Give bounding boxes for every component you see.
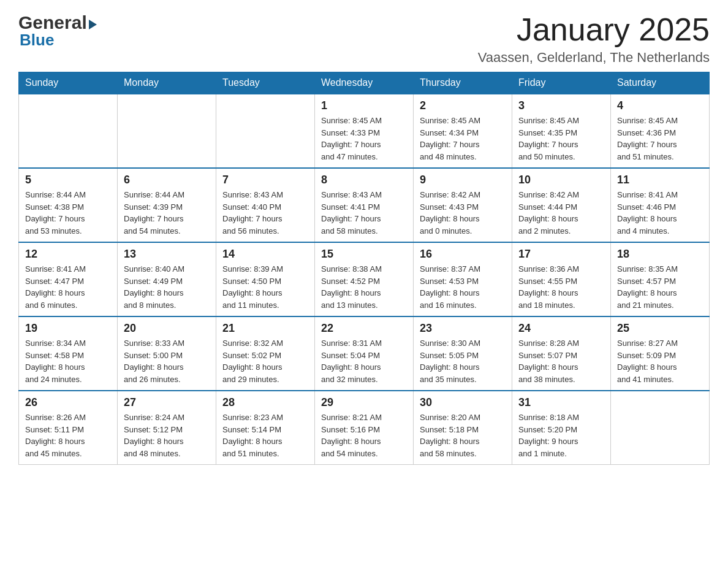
- day-info: Sunrise: 8:42 AM Sunset: 4:43 PM Dayligh…: [420, 189, 506, 237]
- day-number: 17: [518, 248, 604, 261]
- calendar-cell: 8Sunrise: 8:43 AM Sunset: 4:41 PM Daylig…: [315, 168, 414, 242]
- day-info: Sunrise: 8:41 AM Sunset: 4:46 PM Dayligh…: [617, 189, 703, 237]
- day-number: 26: [25, 396, 111, 409]
- calendar-cell: 9Sunrise: 8:42 AM Sunset: 4:43 PM Daylig…: [414, 168, 512, 242]
- calendar-cell: 22Sunrise: 8:31 AM Sunset: 5:04 PM Dayli…: [315, 316, 414, 391]
- day-number: 20: [124, 322, 210, 335]
- day-info: Sunrise: 8:31 AM Sunset: 5:04 PM Dayligh…: [321, 337, 407, 385]
- day-number: 2: [420, 99, 506, 112]
- calendar-title: January 2025: [478, 12, 710, 47]
- day-number: 16: [420, 248, 506, 261]
- weekday-header-sunday: Sunday: [19, 72, 118, 94]
- day-number: 15: [321, 248, 407, 261]
- day-info: Sunrise: 8:24 AM Sunset: 5:12 PM Dayligh…: [124, 412, 210, 459]
- day-number: 4: [617, 99, 703, 112]
- calendar-cell: 13Sunrise: 8:40 AM Sunset: 4:49 PM Dayli…: [118, 242, 216, 316]
- day-number: 27: [124, 396, 210, 409]
- logo-blue-text: Blue: [20, 31, 54, 50]
- day-info: Sunrise: 8:43 AM Sunset: 4:41 PM Dayligh…: [321, 189, 407, 237]
- day-info: Sunrise: 8:43 AM Sunset: 4:40 PM Dayligh…: [222, 189, 308, 237]
- calendar-week-3: 12Sunrise: 8:41 AM Sunset: 4:47 PM Dayli…: [19, 242, 710, 316]
- calendar-cell: 15Sunrise: 8:38 AM Sunset: 4:52 PM Dayli…: [315, 242, 414, 316]
- calendar-cell: 18Sunrise: 8:35 AM Sunset: 4:57 PM Dayli…: [611, 242, 710, 316]
- title-block: January 2025 Vaassen, Gelderland, The Ne…: [478, 12, 710, 66]
- weekday-header-saturday: Saturday: [611, 72, 710, 94]
- day-number: 25: [617, 322, 703, 335]
- day-info: Sunrise: 8:37 AM Sunset: 4:53 PM Dayligh…: [420, 263, 506, 311]
- calendar-cell: [611, 391, 710, 465]
- day-number: 11: [617, 174, 703, 186]
- day-info: Sunrise: 8:40 AM Sunset: 4:49 PM Dayligh…: [124, 263, 210, 311]
- day-number: 12: [25, 248, 111, 261]
- day-number: 21: [222, 322, 308, 335]
- calendar-cell: 28Sunrise: 8:23 AM Sunset: 5:14 PM Dayli…: [216, 391, 315, 465]
- calendar-table: SundayMondayTuesdayWednesdayThursdayFrid…: [18, 72, 710, 465]
- calendar-cell: [19, 94, 118, 168]
- day-info: Sunrise: 8:18 AM Sunset: 5:20 PM Dayligh…: [518, 412, 604, 459]
- calendar-week-5: 26Sunrise: 8:26 AM Sunset: 5:11 PM Dayli…: [19, 391, 710, 465]
- day-info: Sunrise: 8:44 AM Sunset: 4:39 PM Dayligh…: [124, 189, 210, 237]
- day-info: Sunrise: 8:33 AM Sunset: 5:00 PM Dayligh…: [124, 337, 210, 385]
- calendar-cell: 30Sunrise: 8:20 AM Sunset: 5:18 PM Dayli…: [414, 391, 512, 465]
- day-number: 31: [518, 396, 604, 409]
- weekday-header-friday: Friday: [512, 72, 611, 94]
- day-info: Sunrise: 8:34 AM Sunset: 4:58 PM Dayligh…: [25, 337, 111, 385]
- day-info: Sunrise: 8:45 AM Sunset: 4:36 PM Dayligh…: [617, 115, 703, 163]
- weekday-header-tuesday: Tuesday: [216, 72, 315, 94]
- day-number: 30: [420, 396, 506, 409]
- day-info: Sunrise: 8:21 AM Sunset: 5:16 PM Dayligh…: [321, 412, 407, 459]
- day-number: 18: [617, 248, 703, 261]
- calendar-cell: 4Sunrise: 8:45 AM Sunset: 4:36 PM Daylig…: [611, 94, 710, 168]
- day-number: 7: [222, 174, 308, 186]
- weekday-header-wednesday: Wednesday: [315, 72, 414, 94]
- day-number: 10: [518, 174, 604, 186]
- day-info: Sunrise: 8:44 AM Sunset: 4:38 PM Dayligh…: [25, 189, 111, 237]
- day-number: 19: [25, 322, 111, 335]
- day-number: 3: [518, 99, 604, 112]
- calendar-cell: 5Sunrise: 8:44 AM Sunset: 4:38 PM Daylig…: [19, 168, 118, 242]
- calendar-cell: 2Sunrise: 8:45 AM Sunset: 4:34 PM Daylig…: [414, 94, 512, 168]
- calendar-cell: 6Sunrise: 8:44 AM Sunset: 4:39 PM Daylig…: [118, 168, 216, 242]
- day-info: Sunrise: 8:45 AM Sunset: 4:34 PM Dayligh…: [420, 115, 506, 163]
- day-info: Sunrise: 8:45 AM Sunset: 4:35 PM Dayligh…: [518, 115, 604, 163]
- day-number: 23: [420, 322, 506, 335]
- calendar-cell: 23Sunrise: 8:30 AM Sunset: 5:05 PM Dayli…: [414, 316, 512, 391]
- calendar-cell: 14Sunrise: 8:39 AM Sunset: 4:50 PM Dayli…: [216, 242, 315, 316]
- day-number: 1: [321, 99, 407, 112]
- calendar-week-4: 19Sunrise: 8:34 AM Sunset: 4:58 PM Dayli…: [19, 316, 710, 391]
- calendar-cell: 1Sunrise: 8:45 AM Sunset: 4:33 PM Daylig…: [315, 94, 414, 168]
- day-number: 14: [222, 248, 308, 261]
- logo: General Blue: [18, 12, 97, 50]
- day-info: Sunrise: 8:42 AM Sunset: 4:44 PM Dayligh…: [518, 189, 604, 237]
- day-number: 8: [321, 174, 407, 186]
- day-info: Sunrise: 8:41 AM Sunset: 4:47 PM Dayligh…: [25, 263, 111, 311]
- logo-general-text: General: [18, 12, 87, 33]
- calendar-week-2: 5Sunrise: 8:44 AM Sunset: 4:38 PM Daylig…: [19, 168, 710, 242]
- day-number: 5: [25, 174, 111, 186]
- calendar-cell: 10Sunrise: 8:42 AM Sunset: 4:44 PM Dayli…: [512, 168, 611, 242]
- calendar-week-1: 1Sunrise: 8:45 AM Sunset: 4:33 PM Daylig…: [19, 94, 710, 168]
- calendar-cell: 16Sunrise: 8:37 AM Sunset: 4:53 PM Dayli…: [414, 242, 512, 316]
- day-info: Sunrise: 8:30 AM Sunset: 5:05 PM Dayligh…: [420, 337, 506, 385]
- day-number: 9: [420, 174, 506, 186]
- day-info: Sunrise: 8:23 AM Sunset: 5:14 PM Dayligh…: [222, 412, 308, 459]
- calendar-cell: 11Sunrise: 8:41 AM Sunset: 4:46 PM Dayli…: [611, 168, 710, 242]
- page-header: General Blue January 2025 Vaassen, Gelde…: [18, 12, 710, 66]
- weekday-header-monday: Monday: [118, 72, 216, 94]
- calendar-cell: 20Sunrise: 8:33 AM Sunset: 5:00 PM Dayli…: [118, 316, 216, 391]
- day-info: Sunrise: 8:26 AM Sunset: 5:11 PM Dayligh…: [25, 412, 111, 459]
- day-info: Sunrise: 8:28 AM Sunset: 5:07 PM Dayligh…: [518, 337, 604, 385]
- calendar-cell: [216, 94, 315, 168]
- calendar-subtitle: Vaassen, Gelderland, The Netherlands: [478, 50, 710, 66]
- calendar-cell: 25Sunrise: 8:27 AM Sunset: 5:09 PM Dayli…: [611, 316, 710, 391]
- calendar-cell: 12Sunrise: 8:41 AM Sunset: 4:47 PM Dayli…: [19, 242, 118, 316]
- calendar-cell: 24Sunrise: 8:28 AM Sunset: 5:07 PM Dayli…: [512, 316, 611, 391]
- calendar-cell: 7Sunrise: 8:43 AM Sunset: 4:40 PM Daylig…: [216, 168, 315, 242]
- day-info: Sunrise: 8:27 AM Sunset: 5:09 PM Dayligh…: [617, 337, 703, 385]
- calendar-cell: 29Sunrise: 8:21 AM Sunset: 5:16 PM Dayli…: [315, 391, 414, 465]
- day-number: 6: [124, 174, 210, 186]
- weekday-header-row: SundayMondayTuesdayWednesdayThursdayFrid…: [19, 72, 710, 94]
- day-info: Sunrise: 8:20 AM Sunset: 5:18 PM Dayligh…: [420, 412, 506, 459]
- day-info: Sunrise: 8:32 AM Sunset: 5:02 PM Dayligh…: [222, 337, 308, 385]
- day-number: 28: [222, 396, 308, 409]
